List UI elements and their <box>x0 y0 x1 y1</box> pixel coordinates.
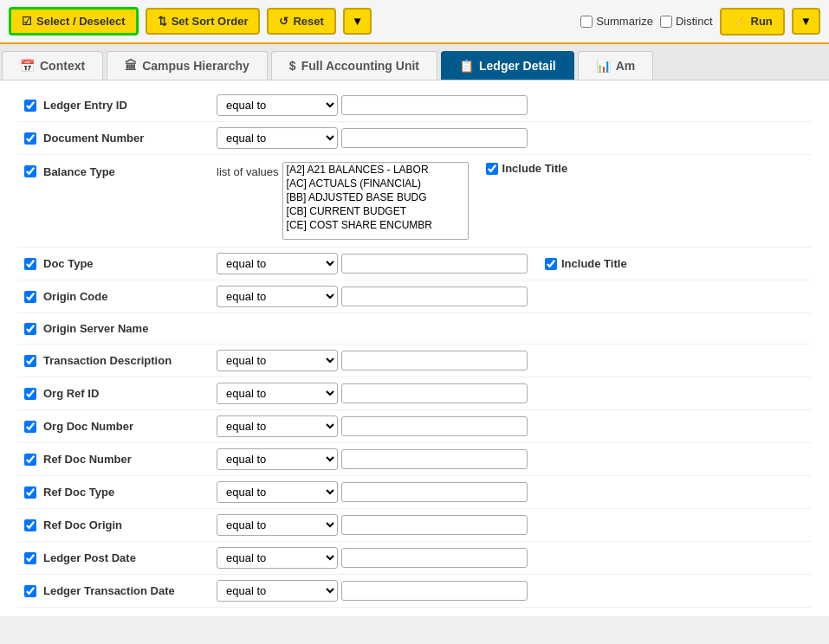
field-checkbox <box>17 552 43 564</box>
field-checkbox <box>17 291 43 303</box>
select-deselect-button[interactable]: ☑ Select / Deselect <box>9 7 139 35</box>
tab-ledger-detail[interactable]: 📋 Ledger Detail <box>441 51 574 80</box>
ref-doc-type-label: Ref Doc Type <box>43 486 217 499</box>
ledger-entry-id-input[interactable] <box>341 95 528 115</box>
reset-dropdown-button[interactable]: ▼ <box>343 8 372 35</box>
run-dropdown-button[interactable]: ▼ <box>792 8 820 35</box>
org-ref-id-operator-select[interactable]: equal to not equal to <box>217 383 338 404</box>
balance-type-checkbox[interactable] <box>24 165 36 177</box>
distinct-checkbox[interactable] <box>660 16 672 28</box>
document-number-checkbox[interactable] <box>24 132 36 145</box>
org-ref-id-input[interactable] <box>341 383 528 403</box>
doc-type-label: Doc Type <box>43 257 217 270</box>
field-checkbox <box>17 585 43 597</box>
org-doc-number-input[interactable] <box>341 416 528 436</box>
field-checkbox <box>17 421 43 433</box>
ref-doc-type-operator: equal to not equal to <box>217 481 338 503</box>
doc-type-checkbox[interactable] <box>24 258 36 270</box>
context-tab-icon: 📅 <box>20 59 35 73</box>
distinct-checkbox-label[interactable]: Distinct <box>660 15 713 28</box>
campus-hierarchy-icon: 🏛 <box>125 59 137 73</box>
ref-doc-origin-operator-select[interactable]: equal to not equal to <box>217 514 338 536</box>
ref-doc-number-checkbox[interactable] <box>24 454 36 466</box>
document-number-input[interactable] <box>341 128 528 148</box>
doc-type-operator-select[interactable]: equal to not equal to <box>217 253 338 274</box>
distinct-label: Distinct <box>676 15 713 28</box>
ref-doc-number-input[interactable] <box>341 449 528 469</box>
field-row-ledger-post-date: Ledger Post Date equal to not equal to <box>17 542 812 575</box>
ref-doc-origin-input[interactable] <box>341 515 528 535</box>
summarize-checkbox-label[interactable]: Summarize <box>580 15 653 28</box>
doc-type-include-title: Include Title <box>545 257 627 270</box>
origin-code-checkbox[interactable] <box>24 291 36 303</box>
reset-button[interactable]: ↺ Reset <box>267 8 335 35</box>
ledger-transaction-date-operator-select[interactable]: equal to not equal to <box>217 580 338 602</box>
reset-icon: ↺ <box>279 15 288 28</box>
ledger-post-date-operator-select[interactable]: equal to not equal to <box>217 547 338 569</box>
ledger-post-date-input[interactable] <box>341 548 528 568</box>
origin-server-name-checkbox[interactable] <box>24 323 36 335</box>
field-row-balance-type: Balance Type list of values [A2] A21 BAL… <box>17 155 812 248</box>
origin-code-operator-select[interactable]: equal to not equal to <box>217 286 338 307</box>
origin-code-input[interactable] <box>341 287 528 306</box>
org-doc-number-checkbox[interactable] <box>24 421 36 433</box>
lightning-icon: ⚡ <box>732 15 747 29</box>
transaction-description-operator-select[interactable]: equal to not equal to <box>217 350 338 371</box>
field-checkbox <box>17 258 43 270</box>
ref-doc-type-operator-select[interactable]: equal to not equal to <box>217 481 338 503</box>
select-deselect-label: Select / Deselect <box>36 15 126 28</box>
tab-full-accounting-unit[interactable]: $ Full Accounting Unit <box>271 51 437 80</box>
ref-doc-number-operator-select[interactable]: equal to not equal to <box>217 448 338 470</box>
ledger-transaction-date-checkbox[interactable] <box>24 585 36 597</box>
summarize-label: Summarize <box>596 15 653 28</box>
org-ref-id-label: Org Ref ID <box>43 387 217 400</box>
field-row-ref-doc-origin: Ref Doc Origin equal to not equal to <box>17 509 812 542</box>
ref-doc-type-input[interactable] <box>341 482 528 502</box>
field-row-document-number: Document Number equal to not equal to <box>17 122 812 155</box>
ref-doc-origin-operator: equal to not equal to <box>217 514 338 536</box>
balance-type-list[interactable]: [A2] A21 BALANCES - LABOR [AC] ACTUALS (… <box>282 162 469 240</box>
field-row-origin-code: Origin Code equal to not equal to <box>17 280 812 313</box>
ledger-transaction-date-operator: equal to not equal to <box>217 580 338 602</box>
transaction-description-operator: equal to not equal to <box>217 350 338 371</box>
ref-doc-origin-label: Ref Doc Origin <box>43 518 217 531</box>
org-ref-id-checkbox[interactable] <box>24 388 36 400</box>
full-accounting-unit-icon: $ <box>289 59 296 73</box>
ref-doc-type-checkbox[interactable] <box>24 486 36 499</box>
balance-type-include-title-checkbox[interactable] <box>486 163 498 175</box>
transaction-description-input[interactable] <box>341 351 528 370</box>
top-bar: ☑ Select / Deselect ⇅ Set Sort Order ↺ R… <box>0 0 829 44</box>
field-checkbox <box>17 355 43 367</box>
field-row-doc-type: Doc Type equal to not equal to Include T… <box>17 248 812 280</box>
tab-am[interactable]: 📊 Am <box>578 51 654 80</box>
field-row-transaction-description: Transaction Description equal to not equ… <box>17 345 812 377</box>
run-label: Run <box>751 15 773 28</box>
doc-type-include-title-checkbox[interactable] <box>545 258 557 270</box>
document-number-operator: equal to not equal to <box>217 127 338 149</box>
field-checkbox <box>17 388 43 400</box>
ledger-post-date-checkbox[interactable] <box>24 552 36 564</box>
ledger-entry-id-operator-select[interactable]: equal to not equal to less than greater … <box>217 94 338 116</box>
set-sort-order-button[interactable]: ⇅ Set Sort Order <box>146 8 261 35</box>
field-checkbox <box>17 100 43 112</box>
summarize-checkbox[interactable] <box>580 16 593 28</box>
doc-type-input[interactable] <box>341 254 528 274</box>
ledger-post-date-operator: equal to not equal to <box>217 547 338 569</box>
ledger-transaction-date-label: Ledger Transaction Date <box>43 584 217 597</box>
origin-server-name-label: Origin Server Name <box>43 322 217 335</box>
field-row-ledger-entry-id: Ledger Entry ID equal to not equal to le… <box>17 89 812 122</box>
field-checkbox <box>17 132 43 145</box>
tab-campus-hierarchy[interactable]: 🏛 Campus Hierarchy <box>107 51 268 80</box>
ref-doc-number-label: Ref Doc Number <box>43 453 217 466</box>
org-ref-id-operator: equal to not equal to <box>217 383 338 404</box>
ref-doc-origin-checkbox[interactable] <box>24 519 36 531</box>
tab-context[interactable]: 📅 Context <box>2 51 103 80</box>
ledger-entry-id-label: Ledger Entry ID <box>43 99 217 112</box>
transaction-description-checkbox[interactable] <box>24 355 36 367</box>
document-number-operator-select[interactable]: equal to not equal to <box>217 127 338 149</box>
ledger-entry-id-checkbox[interactable] <box>24 100 36 112</box>
checkbox-icon: ☑ <box>22 15 32 28</box>
run-button[interactable]: ⚡ Run <box>720 8 785 35</box>
ledger-transaction-date-input[interactable] <box>341 581 528 601</box>
org-doc-number-operator-select[interactable]: equal to not equal to <box>217 415 338 437</box>
